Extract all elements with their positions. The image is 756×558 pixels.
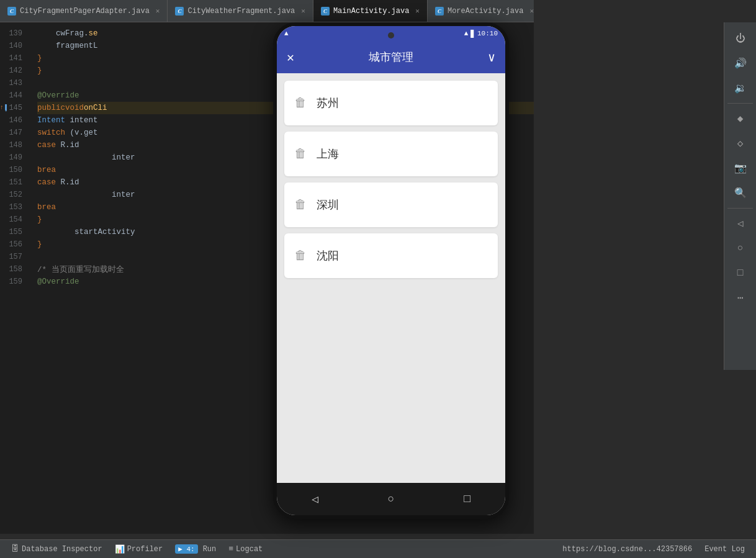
logcat-button[interactable]: ≡ Logcat <box>222 540 269 558</box>
line-number-141: 141 <box>0 52 27 65</box>
city-name: 深圳 <box>317 197 339 212</box>
tab-close-icon[interactable]: ✕ <box>156 7 160 15</box>
more-button[interactable]: ⋯ <box>729 287 752 309</box>
tab-label: MainActivity.java <box>333 7 409 16</box>
wifi-icon: ▊ <box>470 30 475 38</box>
city-item-上海[interactable]: 🗑 上海 <box>284 132 498 176</box>
tab-CityFragmentPagerAdapter.java[interactable]: CCityFragmentPagerAdapter.java✕ <box>0 0 168 22</box>
home-button[interactable]: ○ <box>729 237 752 259</box>
nav-home-button[interactable]: ○ <box>388 493 395 505</box>
city-name: 上海 <box>317 146 339 161</box>
device-controls: ⏻🔊🔉◆◇📷🔍◁○□⋯ <box>724 22 756 370</box>
delete-city-icon[interactable]: 🗑 <box>294 248 307 263</box>
nav-back-button[interactable]: ◁ <box>312 492 318 506</box>
separator <box>727 208 753 209</box>
back-button[interactable]: ◁ <box>729 212 752 235</box>
logcat-icon: ≡ <box>228 544 233 554</box>
bottom-right-section: https://blog.csdne...42357866 Event Log <box>556 540 751 559</box>
diamond-button[interactable]: ◆ <box>729 107 752 130</box>
tab-CityWeatherFragment.java[interactable]: CCityWeatherFragment.java✕ <box>168 0 313 22</box>
tab-close-icon[interactable]: ✕ <box>301 7 305 15</box>
line-number-145: ↑145 <box>0 102 27 114</box>
delete-city-icon[interactable]: 🗑 <box>294 146 307 161</box>
tab-close-icon[interactable]: ✕ <box>529 7 534 15</box>
line-number-147: 147 <box>0 127 27 139</box>
line-numbers: 139140141142143144↑145146147148149150151… <box>0 22 32 534</box>
profiler-label: Profiler <box>127 545 163 554</box>
city-name: 苏州 <box>317 96 339 110</box>
signal-icon: ▲ <box>464 30 469 37</box>
line-number-148: 148 <box>0 139 27 151</box>
camera-notch <box>388 32 394 38</box>
line-number-151: 151 <box>0 176 27 189</box>
tab-label: MoreActivity.java <box>448 7 523 16</box>
dropdown-button[interactable]: ∨ <box>488 50 495 65</box>
line-number-149: 149 <box>0 151 27 164</box>
tab-icon: C <box>7 7 16 16</box>
line-number-153: 153 <box>0 201 27 214</box>
close-button[interactable]: ✕ <box>287 50 294 65</box>
tab-label: CityFragmentPagerAdapter.java <box>20 7 150 16</box>
line-number-150: 150 <box>0 164 27 176</box>
line-number-146: 146 <box>0 114 27 127</box>
line-number-156: 156 <box>0 238 27 251</box>
tab-label: CityWeatherFragment.java <box>187 7 295 16</box>
line-number-154: 154 <box>0 214 27 226</box>
event-log-button[interactable]: Event Log <box>698 540 751 559</box>
time-display: 10:10 <box>477 30 498 37</box>
url-hint: https://blog.csdne...42357866 <box>556 540 698 559</box>
zoom-button[interactable]: 🔍 <box>729 182 752 204</box>
delete-city-icon[interactable]: 🗑 <box>294 96 307 110</box>
line-number-143: 143 <box>0 77 27 89</box>
phone-body: ▲ ▲ ▊ 10:10 ✕ 城市管理 ∨ 🗑 苏州 🗑 上海 🗑 深圳 <box>273 22 509 519</box>
city-list: 🗑 苏州 🗑 上海 🗑 深圳 🗑 沈阳 <box>277 73 505 483</box>
tab-MainActivity.java[interactable]: CMainActivity.java✕ <box>313 0 428 22</box>
city-item-深圳[interactable]: 🗑 深圳 <box>284 182 498 227</box>
power-button[interactable]: ⏻ <box>729 27 752 50</box>
tab-MoreActivity.java[interactable]: CMoreActivity.java✕ <box>428 0 534 22</box>
line-number-142: 142 <box>0 65 27 77</box>
logcat-label: Logcat <box>236 545 263 554</box>
bottom-bar: 🗄 Database Inspector 📊 Profiler ▶ 4: Run… <box>0 539 756 558</box>
city-name: 沈阳 <box>317 248 339 263</box>
line-number-140: 140 <box>0 40 27 52</box>
line-number-139: 139 <box>0 27 27 40</box>
line-number-152: 152 <box>0 189 27 201</box>
database-inspector-icon: 🗄 <box>11 544 19 554</box>
eraser-button[interactable]: ◇ <box>729 132 752 155</box>
run-button[interactable]: ▶ 4: Run <box>169 540 222 558</box>
tab-icon: C <box>435 7 444 16</box>
phone-mockup: ▲ ▲ ▊ 10:10 ✕ 城市管理 ∨ 🗑 苏州 🗑 上海 🗑 深圳 <box>273 22 521 531</box>
nav-recents-button[interactable]: □ <box>464 493 470 505</box>
status-warning: ▲ <box>284 30 289 37</box>
line-number-157: 157 <box>0 251 27 263</box>
tab-close-icon[interactable]: ✕ <box>415 7 420 15</box>
camera-button[interactable]: 📷 <box>729 157 752 179</box>
run-label: Run <box>203 545 217 554</box>
delete-city-icon[interactable]: 🗑 <box>294 197 307 212</box>
database-inspector-label: Database Inspector <box>22 545 102 554</box>
line-number-159: 159 <box>0 276 27 288</box>
volume-up-button[interactable]: 🔊 <box>729 52 752 74</box>
tab-icon: C <box>175 7 184 16</box>
city-item-苏州[interactable]: 🗑 苏州 <box>284 81 498 125</box>
profiler-icon: 📊 <box>115 544 125 554</box>
database-inspector-button[interactable]: 🗄 Database Inspector <box>5 540 109 558</box>
tab-icon: C <box>321 7 330 16</box>
tab-bar: CCityFragmentPagerAdapter.java✕CCityWeat… <box>0 0 534 22</box>
android-nav-bar: ◁ ○ □ <box>277 483 505 515</box>
volume-down-button[interactable]: 🔉 <box>729 77 752 99</box>
line-number-158: 158 <box>0 263 27 276</box>
city-item-沈阳[interactable]: 🗑 沈阳 <box>284 233 498 278</box>
app-toolbar: ✕ 城市管理 ∨ <box>277 41 505 73</box>
run-badge: ▶ 4: <box>175 544 197 554</box>
line-number-144: 144 <box>0 89 27 102</box>
phone-screen: ▲ ▲ ▊ 10:10 ✕ 城市管理 ∨ 🗑 苏州 🗑 上海 🗑 深圳 <box>277 26 505 515</box>
status-right: ▲ ▊ 10:10 <box>464 30 498 38</box>
line-number-155: 155 <box>0 226 27 238</box>
separator <box>727 103 753 104</box>
toolbar-title: 城市管理 <box>369 50 413 65</box>
recents-button[interactable]: □ <box>729 262 752 284</box>
profiler-button[interactable]: 📊 Profiler <box>109 540 169 558</box>
